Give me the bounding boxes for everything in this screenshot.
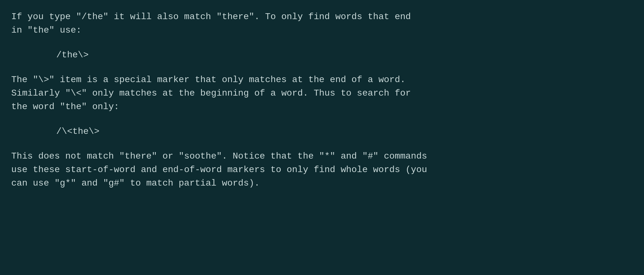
paragraph-3-line-3: can use "g*" and "g#" to match partial w… — [11, 177, 633, 190]
paragraph-3-line-1: This does not match "there" or "soothe".… — [11, 150, 633, 163]
paragraph-3: This does not match "there" or "soothe".… — [11, 150, 633, 190]
paragraph-2: The "\>" item is a special marker that o… — [11, 73, 633, 114]
paragraph-2-line-3: the word "the" only: — [11, 100, 633, 114]
paragraph-1-line-2: in "the" use: — [11, 24, 633, 37]
paragraph-3-line-2: use these start-of-word and end-of-word … — [11, 163, 633, 177]
code-1-text: /the\> — [56, 50, 89, 60]
paragraph-2-line-2: Similarly "\<" only matches at the begin… — [11, 87, 633, 100]
paragraph-2-line-1: The "\>" item is a special marker that o… — [11, 73, 633, 87]
code-example-2: /\<the\> — [56, 125, 633, 138]
paragraph-1: If you type "/the" it will also match "t… — [11, 10, 633, 37]
code-2-text: /\<the\> — [56, 126, 100, 137]
main-content: If you type "/the" it will also match "t… — [11, 10, 633, 190]
code-example-1: /the\> — [56, 48, 633, 62]
paragraph-1-line-1: If you type "/the" it will also match "t… — [11, 10, 633, 24]
